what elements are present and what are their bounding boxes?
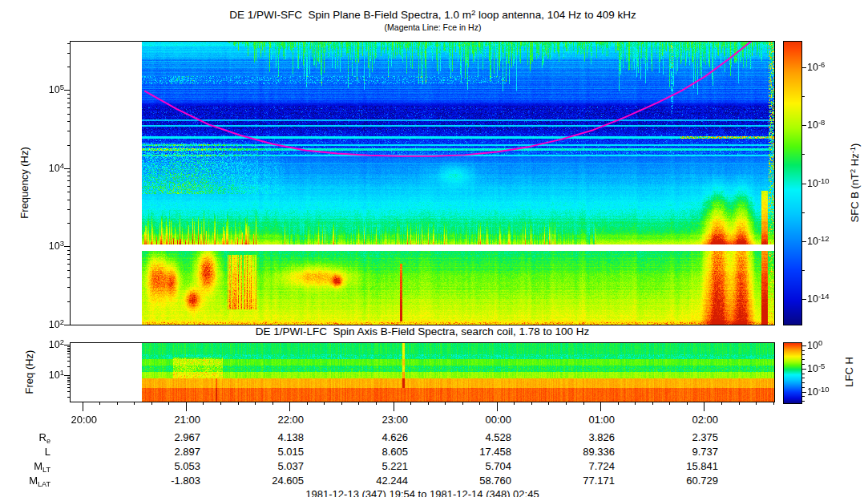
sfc-y-minor-tick [67, 98, 71, 99]
sfc-y-minor-tick [67, 131, 71, 131]
ephemeris-row-label: MLT [16, 460, 50, 472]
power-label-part: -5 [818, 362, 825, 370]
sfc-cb-major-tick [801, 67, 806, 68]
time-tick-label: 22:00 [248, 414, 304, 426]
sfc-cb-tick-label: 10-10 [807, 177, 830, 191]
time-major-tick [394, 402, 394, 411]
sfc-y-major-tick [64, 168, 71, 169]
power-label-part: 10 [49, 339, 60, 350]
time-minor-tick [479, 402, 480, 405]
power-label-part: 10 [807, 386, 818, 398]
time-minor-tick [410, 402, 411, 405]
sfc-colorbar [784, 42, 801, 325]
sfc-cb-tick-label: 10-12 [807, 235, 830, 248]
time-minor-tick [548, 402, 549, 405]
power-label-part: 2 [60, 317, 64, 326]
ephemeris-value: 2.897 [144, 446, 200, 458]
power-label-part: 0 [818, 338, 822, 347]
label-fragment: 2 [848, 169, 856, 173]
sfc-cb-minor-tick [801, 212, 805, 213]
time-minor-tick [462, 402, 463, 405]
lfc-y-minor-tick [67, 380, 71, 381]
lfc-cb-major-tick [801, 345, 806, 346]
time-tick-label: 00:00 [455, 414, 511, 426]
ephemeris-value: 9.737 [662, 446, 718, 458]
lfc-y-minor-tick [67, 361, 71, 362]
ephemeris-value: 89.336 [559, 446, 615, 458]
lfc-y-minor-tick [67, 397, 71, 398]
sfc-y-tick-label: 102 [27, 318, 64, 332]
lfc-cb-tick-label: 10-5 [807, 362, 825, 376]
sfc-cb-major-tick [801, 241, 806, 242]
ephemeris-row-label: MLAT [16, 475, 50, 487]
sfc-cb-major-tick [801, 125, 806, 126]
sfc-y-minor-tick [67, 301, 71, 302]
time-minor-tick [635, 402, 636, 405]
lfc-y-minor-tick [67, 350, 71, 350]
lfc-y-minor-tick [67, 366, 71, 367]
time-tick-label: 02:00 [662, 414, 718, 426]
power-label-part: 10 [807, 236, 818, 247]
time-minor-tick [428, 402, 429, 405]
sfc-y-minor-tick [67, 287, 71, 288]
power-label-part: 10 [807, 119, 818, 131]
sfc-y-minor-tick [67, 94, 71, 95]
sfc-cb-minor-tick [801, 96, 805, 97]
power-label-part: 4 [60, 161, 64, 170]
sfc-cb-tick-label: 10-6 [807, 61, 825, 75]
sfc-y-minor-tick [67, 53, 71, 54]
sfc-y-minor-tick [67, 277, 71, 278]
sfc-y-minor-tick [67, 43, 71, 44]
time-minor-tick [117, 402, 118, 405]
lfc-y-minor-tick [67, 357, 71, 358]
row-label-main: L [45, 446, 50, 458]
time-tick-label: 01:00 [559, 414, 615, 426]
power-label-part: 1 [60, 368, 64, 377]
label-fragment: -1 [848, 147, 856, 153]
lfc-y-minor-tick [67, 377, 71, 378]
time-minor-tick [756, 402, 757, 405]
label-fragment: SFC B (nT [849, 173, 861, 222]
ephemeris-value: 4.528 [455, 431, 511, 443]
time-minor-tick [220, 402, 221, 405]
power-label-part: 10 [49, 84, 60, 95]
sfc-y-minor-tick [67, 264, 71, 265]
time-minor-tick [151, 402, 152, 405]
time-minor-tick [566, 402, 567, 405]
ephemeris-value: 60.729 [662, 475, 718, 487]
lfc-y-tick-label: 102 [27, 338, 64, 352]
ephemeris-value: -1.803 [144, 475, 200, 487]
lfc-cb-minor-tick [801, 401, 805, 402]
lfc-y-minor-tick [67, 382, 71, 382]
lfc-colorbar-label: LFC H [843, 357, 855, 387]
lfc-cb-minor-tick [801, 382, 805, 383]
ephemeris-value: 5.704 [455, 460, 511, 472]
time-major-tick [83, 402, 83, 411]
sfc-y-minor-tick [67, 180, 71, 181]
row-label-main: M [34, 460, 42, 472]
power-label-part: -10 [818, 176, 830, 185]
ephemeris-value: 7.724 [559, 460, 615, 472]
power-label-part: 10 [807, 62, 818, 73]
time-minor-tick [445, 402, 446, 405]
time-major-tick [186, 402, 187, 411]
ephemeris-value: 15.841 [662, 460, 718, 472]
sfc-y-minor-tick [67, 250, 71, 251]
lfc-cb-minor-tick [801, 396, 805, 397]
sfc-y-minor-tick [67, 259, 71, 260]
lfc-colorbar [784, 343, 801, 403]
power-label-part: -10 [818, 385, 830, 394]
time-minor-tick [618, 402, 619, 405]
sfc-cb-minor-tick [801, 154, 805, 155]
lfc-y-minor-tick [67, 346, 71, 347]
ephemeris-value: 24.605 [248, 475, 304, 487]
sfc-spectrogram [71, 42, 774, 325]
lfc-y-major-tick [64, 345, 71, 345]
ephemeris-value: 5.053 [144, 460, 200, 472]
lfc-cb-major-tick [801, 392, 806, 393]
ephemeris-value: 77.171 [559, 475, 615, 487]
time-minor-tick [514, 402, 515, 405]
time-minor-tick [721, 402, 722, 405]
power-label-part: -12 [818, 234, 830, 243]
sfc-y-axis-label: Frequency (Hz) [18, 147, 30, 219]
